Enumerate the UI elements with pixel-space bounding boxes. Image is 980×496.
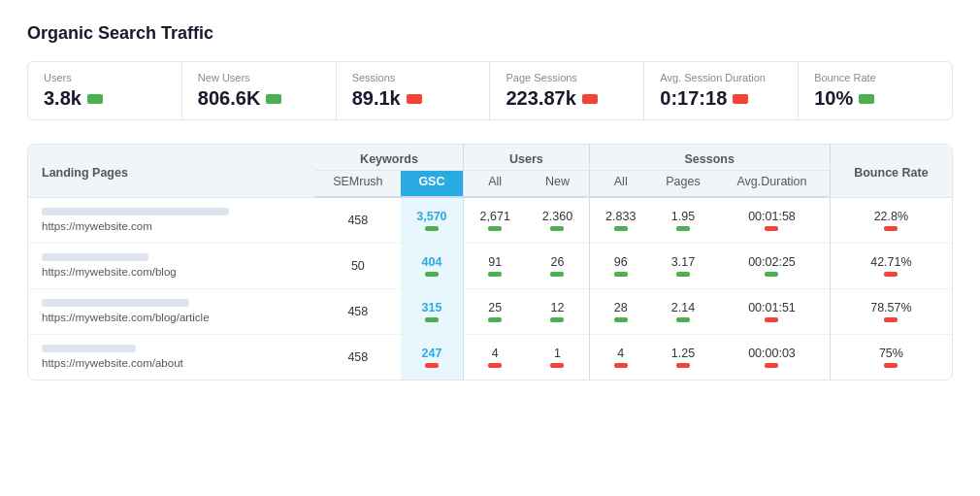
indicator [425, 363, 439, 368]
users-new-subheader: New [526, 171, 589, 198]
metric-label-4: Avg. Session Duration [660, 72, 782, 83]
users-group-header: Users [464, 145, 590, 171]
landing-page-cell: https://mywebsite.com/blog/article [28, 288, 315, 334]
indicator [884, 272, 898, 277]
table-wrap: Landing Pages Keywords Users Sessons Bou… [27, 144, 953, 380]
metric-card-5: Bounce Rate 10% [799, 62, 952, 119]
metric-trend-2 [407, 94, 422, 104]
page-bar [42, 208, 229, 215]
table-body: https://mywebsite.com 458 3,570 2,671 2.… [28, 197, 952, 380]
indicator [676, 317, 690, 322]
indicator [884, 226, 898, 231]
metric-value-5: 10% [814, 87, 853, 110]
table-row: https://mywebsite.com/about 458 247 4 1 … [28, 334, 952, 380]
sess-dur-val: 00:00:03 [714, 334, 830, 380]
metric-card-0: Users 3.8k [28, 62, 182, 119]
page-url: https://mywebsite.com [42, 220, 152, 232]
indicator [550, 317, 564, 322]
sess-all-val: 96 [589, 243, 652, 288]
semrush-val: 458 [315, 197, 401, 243]
data-table: Landing Pages Keywords Users Sessons Bou… [28, 145, 952, 380]
indicator [488, 272, 502, 277]
metric-label-2: Sessions [352, 72, 474, 83]
metric-value-1: 806.6K [198, 87, 261, 110]
indicator [425, 226, 439, 231]
indicator [884, 363, 898, 368]
sess-all-val: 28 [589, 288, 652, 334]
metric-label-3: Page Sessions [506, 72, 628, 83]
metric-value-2: 89.1k [352, 87, 401, 110]
gsc-val: 3,570 [401, 197, 464, 243]
semrush-subheader: SEMrush [315, 171, 401, 198]
metric-card-4: Avg. Session Duration 0:17:18 [644, 62, 799, 119]
indicator [550, 363, 564, 368]
landing-pages-header: Landing Pages [28, 145, 315, 197]
page-bar [42, 345, 136, 352]
sessions-group-header: Sessons [589, 145, 830, 171]
metric-card-3: Page Sessions 223.87k [490, 62, 644, 119]
indicator [765, 317, 778, 322]
metric-value-3: 223.87k [506, 87, 575, 110]
indicator [425, 272, 439, 277]
indicator [488, 317, 502, 322]
users-all-val: 2,671 [464, 197, 527, 243]
semrush-val: 50 [315, 243, 401, 288]
sess-pages-val: 3.17 [652, 243, 714, 288]
users-all-val: 25 [464, 288, 527, 334]
indicator [614, 226, 628, 231]
landing-page-cell: https://mywebsite.com/about [28, 334, 315, 380]
indicator [614, 272, 628, 277]
bounce-val: 78.57% [830, 288, 952, 334]
sess-pages-val: 2.14 [652, 288, 714, 334]
metric-card-1: New Users 806.6K [182, 62, 337, 119]
page-bar [42, 299, 189, 307]
indicator [884, 317, 898, 322]
sessions-pages-subheader: Pages [652, 171, 714, 198]
landing-page-cell: https://mywebsite.com/blog [28, 243, 315, 288]
sess-pages-val: 1.95 [652, 197, 714, 243]
indicator [765, 363, 778, 368]
indicator [488, 363, 502, 368]
metric-label-1: New Users [198, 72, 320, 83]
indicator [765, 272, 778, 277]
header-top-row: Landing Pages Keywords Users Sessons Bou… [28, 145, 952, 171]
page-bar [42, 253, 148, 261]
bounce-val: 42.71% [830, 243, 952, 288]
sessions-duration-subheader: Avg.Duration [714, 171, 830, 198]
gsc-val: 315 [401, 288, 464, 334]
indicator [425, 317, 439, 322]
bounce-val: 75% [830, 334, 952, 380]
indicator [676, 272, 690, 277]
keywords-group-header: Keywords [315, 145, 464, 171]
metric-card-2: Sessions 89.1k [337, 62, 491, 119]
semrush-val: 458 [315, 288, 401, 334]
metrics-row: Users 3.8k New Users 806.6K Sessions 89.… [27, 61, 953, 120]
landing-page-cell: https://mywebsite.com [28, 197, 315, 243]
users-new-val: 1 [526, 334, 589, 380]
page-url: https://mywebsite.com/blog [42, 266, 177, 278]
table-row: https://mywebsite.com/blog 50 404 91 26 … [28, 243, 952, 288]
sess-all-val: 4 [589, 334, 652, 380]
metric-value-0: 3.8k [44, 87, 82, 110]
indicator [765, 226, 778, 231]
indicator [676, 226, 690, 231]
gsc-val: 247 [401, 334, 464, 380]
metric-trend-3 [582, 94, 598, 104]
metric-trend-0 [87, 94, 103, 104]
metric-value-4: 0:17:18 [660, 87, 727, 110]
table-row: https://mywebsite.com/blog/article 458 3… [28, 288, 952, 334]
indicator [550, 226, 564, 231]
table-row: https://mywebsite.com 458 3,570 2,671 2.… [28, 197, 952, 243]
sess-dur-val: 00:01:58 [714, 197, 830, 243]
indicator [550, 272, 564, 277]
bounce-rate-header: Bounce Rate [830, 145, 952, 197]
users-new-val: 12 [526, 288, 589, 334]
sessions-all-subheader: All [589, 171, 652, 198]
metric-trend-5 [859, 94, 874, 104]
metric-trend-4 [733, 94, 748, 104]
metric-trend-1 [266, 94, 281, 104]
sess-pages-val: 1.25 [652, 334, 714, 380]
metric-label-0: Users [44, 72, 166, 83]
sess-dur-val: 00:02:25 [714, 243, 830, 288]
users-all-val: 4 [464, 334, 527, 380]
